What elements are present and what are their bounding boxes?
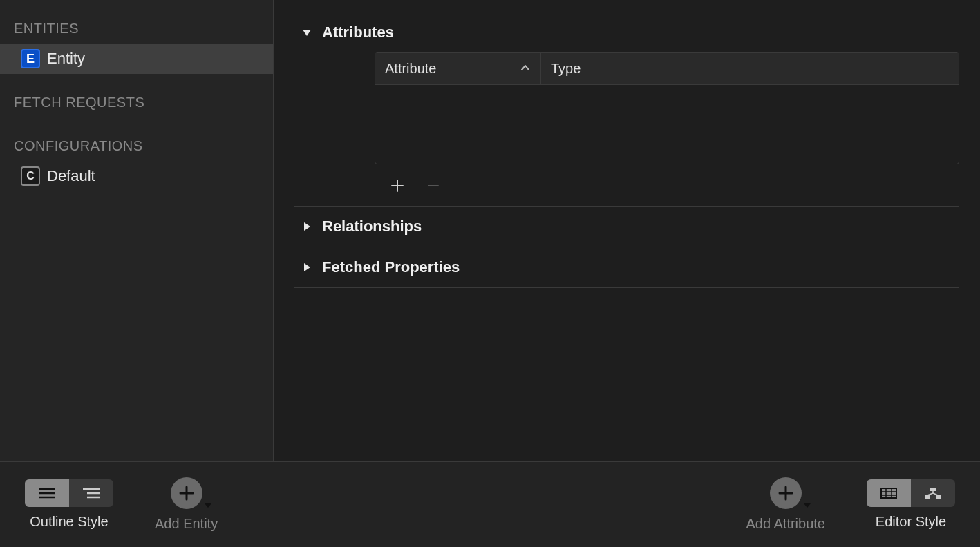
table-row[interactable] bbox=[375, 111, 959, 137]
table-body bbox=[375, 85, 959, 164]
add-attribute-row-button[interactable] bbox=[387, 175, 408, 196]
section-header-attributes[interactable]: Attributes bbox=[294, 12, 959, 52]
disclosure-right-icon bbox=[301, 221, 312, 232]
toolbar-label: Add Entity bbox=[155, 516, 218, 532]
column-header-type[interactable]: Type bbox=[541, 53, 959, 84]
section-header-relationships[interactable]: Relationships bbox=[294, 207, 959, 247]
content-panel: Attributes Attribute Type bbox=[274, 0, 980, 461]
svg-rect-2 bbox=[925, 495, 930, 499]
outline-style-group: Outline Style bbox=[25, 479, 113, 530]
editor-style-graph-button[interactable] bbox=[911, 479, 955, 507]
entity-badge-icon: E bbox=[21, 49, 40, 68]
sidebar-heading-entities: ENTITIES bbox=[0, 12, 273, 44]
table-row[interactable] bbox=[375, 137, 959, 164]
column-header-label: Attribute bbox=[385, 61, 436, 77]
dropdown-caret-icon bbox=[803, 499, 811, 512]
toolbar-label: Editor Style bbox=[876, 514, 946, 530]
table-actions bbox=[375, 169, 959, 206]
disclosure-down-icon bbox=[301, 27, 312, 38]
svg-rect-0 bbox=[881, 488, 896, 498]
sidebar-heading-configurations: CONFIGURATIONS bbox=[0, 130, 273, 161]
add-attribute-group: Add Attribute bbox=[746, 477, 825, 532]
outline-style-flat-button[interactable] bbox=[25, 479, 69, 507]
editor-style-group: Editor Style bbox=[867, 479, 955, 530]
editor-style-segmented bbox=[867, 479, 955, 507]
section-relationships: Relationships bbox=[294, 207, 959, 247]
sidebar-heading-fetch-requests: FETCH REQUESTS bbox=[0, 86, 273, 117]
section-header-fetched-properties[interactable]: Fetched Properties bbox=[294, 247, 959, 287]
column-header-attribute[interactable]: Attribute bbox=[375, 53, 541, 84]
section-attributes: Attributes Attribute Type bbox=[294, 12, 959, 207]
add-attribute-button[interactable] bbox=[770, 477, 802, 509]
add-entity-group: Add Entity bbox=[155, 477, 218, 532]
toolbar-label: Add Attribute bbox=[746, 516, 825, 532]
svg-rect-1 bbox=[930, 488, 936, 491]
sidebar: ENTITIES E Entity FETCH REQUESTS CONFIGU… bbox=[0, 0, 274, 461]
column-header-label: Type bbox=[551, 61, 581, 77]
svg-rect-3 bbox=[936, 495, 941, 499]
editor-style-table-button[interactable] bbox=[867, 479, 911, 507]
sidebar-item-default[interactable]: C Default bbox=[0, 161, 273, 191]
sidebar-item-label: Default bbox=[47, 167, 95, 185]
section-title: Attributes bbox=[322, 23, 394, 41]
outline-style-hierarchical-button[interactable] bbox=[69, 479, 113, 507]
section-fetched-properties: Fetched Properties bbox=[294, 247, 959, 288]
sidebar-item-entity[interactable]: E Entity bbox=[0, 44, 273, 74]
disclosure-right-icon bbox=[301, 262, 312, 273]
remove-attribute-row-button bbox=[423, 175, 444, 196]
sidebar-item-label: Entity bbox=[47, 50, 85, 68]
table-header: Attribute Type bbox=[375, 53, 959, 85]
config-badge-icon: C bbox=[21, 166, 40, 186]
table-row[interactable] bbox=[375, 85, 959, 111]
toolbar-label: Outline Style bbox=[30, 514, 108, 530]
attributes-table: Attribute Type bbox=[375, 52, 959, 164]
section-title: Relationships bbox=[322, 218, 422, 236]
add-entity-button[interactable] bbox=[171, 477, 202, 509]
section-title: Fetched Properties bbox=[322, 258, 460, 276]
outline-style-segmented bbox=[25, 479, 113, 507]
sort-ascending-icon bbox=[520, 61, 531, 77]
dropdown-caret-icon bbox=[204, 499, 212, 512]
bottom-toolbar: Outline Style Add Entity Add Attribute bbox=[0, 461, 980, 547]
